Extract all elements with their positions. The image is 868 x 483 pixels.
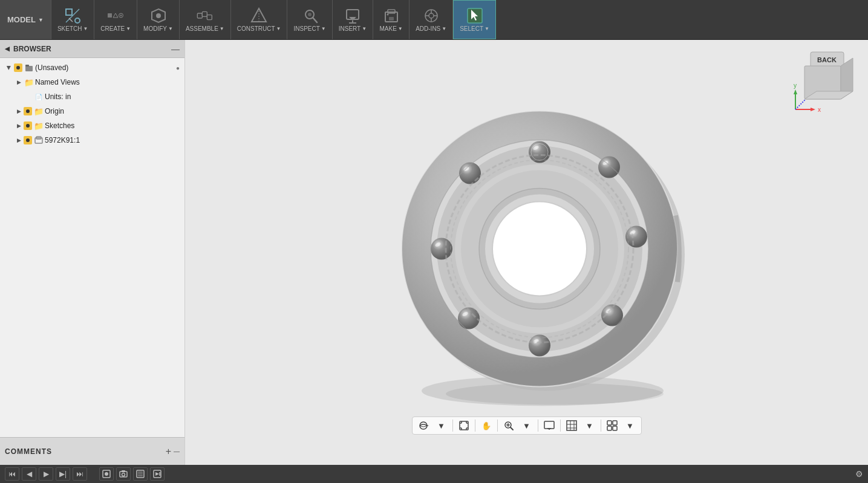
assemble-label: ASSEMBLE bbox=[186, 25, 218, 32]
panel-collapse-icon[interactable]: ◀ bbox=[5, 45, 10, 52]
sketch-icon bbox=[64, 7, 81, 24]
sketches-folder-icon: 📁 bbox=[34, 121, 44, 131]
bottom-bar-left: ⏮ ◀ ▶ ▶| ⏭ bbox=[5, 467, 165, 481]
bb-timeline-btn[interactable] bbox=[133, 467, 148, 481]
svg-rect-113 bbox=[607, 421, 612, 425]
create-icon bbox=[107, 7, 124, 24]
tree-item-origin[interactable]: ▶ 📁 Origin bbox=[0, 104, 184, 118]
vbt-grid-dropdown[interactable]: ▼ bbox=[581, 418, 598, 433]
browser-tree: ▶ (Unsaved) ● ▶ 📁 Named Views bbox=[0, 58, 184, 437]
named-views-arrow[interactable]: ▶ bbox=[15, 78, 23, 86]
addins-arrow: ▼ bbox=[442, 26, 446, 31]
part-visibility-icon[interactable] bbox=[24, 136, 32, 144]
vbt-pan-btn[interactable]: ✋ bbox=[478, 418, 495, 433]
main-toolbar: MODEL ▼ SKETCH ▼ bbox=[0, 0, 868, 40]
browser-header-right: — bbox=[171, 44, 180, 54]
svg-rect-37 bbox=[25, 66, 33, 71]
inspect-icon bbox=[301, 7, 318, 24]
toolbar-create[interactable]: CREATE ▼ bbox=[94, 0, 137, 39]
toolbar-sketch[interactable]: SKETCH ▼ bbox=[51, 0, 94, 39]
vbt-zoom-btn[interactable] bbox=[500, 418, 517, 433]
origin-visibility-icon[interactable] bbox=[24, 107, 32, 115]
select-icon bbox=[466, 7, 483, 24]
model-menu[interactable]: MODEL ▼ bbox=[0, 0, 51, 39]
units-icon: 📄 bbox=[34, 92, 44, 102]
comments-panel: COMMENTS + — bbox=[0, 437, 184, 465]
svg-marker-127 bbox=[155, 472, 159, 476]
nav-cube[interactable]: BACK x y bbox=[792, 49, 859, 117]
bb-next-btn[interactable]: ▶| bbox=[56, 467, 70, 481]
bb-play-btn[interactable]: ▶ bbox=[39, 467, 53, 481]
model-dropdown-arrow: ▼ bbox=[38, 17, 44, 23]
root-visibility-icon[interactable] bbox=[14, 63, 22, 72]
svg-rect-115 bbox=[607, 426, 612, 430]
svg-point-68 bbox=[431, 238, 452, 259]
svg-rect-10 bbox=[202, 11, 207, 16]
comments-collapse-icon[interactable]: — bbox=[174, 448, 180, 455]
assemble-arrow: ▼ bbox=[220, 26, 224, 31]
vbt-view-options-dropdown[interactable]: ▼ bbox=[622, 418, 639, 433]
bb-first-btn[interactable]: ⏮ bbox=[5, 467, 19, 481]
create-arrow: ▼ bbox=[126, 26, 131, 31]
vbt-orbit-dropdown[interactable]: ▼ bbox=[433, 418, 450, 433]
bb-record-btn[interactable] bbox=[99, 467, 114, 481]
tree-item-root[interactable]: ▶ (Unsaved) ● bbox=[0, 60, 184, 75]
svg-point-29 bbox=[429, 13, 434, 18]
tree-item-part[interactable]: ▶ 5972K91:1 bbox=[0, 133, 184, 147]
insert-label: INSERT bbox=[339, 25, 361, 32]
part-arrow[interactable]: ▶ bbox=[15, 136, 23, 144]
toolbar-addins[interactable]: ADD-INS ▼ bbox=[410, 0, 453, 39]
svg-point-40 bbox=[26, 124, 30, 128]
viewport[interactable]: BACK x y bbox=[185, 40, 868, 465]
toolbar-insert[interactable]: INSERT ▼ bbox=[333, 0, 373, 39]
vbt-zoom-dropdown[interactable]: ▼ bbox=[518, 418, 535, 433]
sketches-label: Sketches bbox=[45, 122, 182, 130]
svg-marker-84 bbox=[811, 108, 815, 111]
sketches-visibility-icon[interactable] bbox=[24, 122, 32, 130]
svg-line-89 bbox=[795, 99, 806, 109]
svg-point-90 bbox=[420, 422, 427, 429]
toolbar-select[interactable]: SELECT ▼ bbox=[453, 0, 496, 39]
svg-point-120 bbox=[122, 473, 125, 476]
vbt-orbit-btn[interactable] bbox=[415, 418, 432, 433]
vbt-grid-btn[interactable] bbox=[563, 418, 580, 433]
named-views-folder-icon: 📁 bbox=[24, 77, 34, 87]
svg-marker-14 bbox=[252, 8, 266, 22]
vbt-div4 bbox=[538, 420, 538, 432]
svg-rect-9 bbox=[197, 13, 202, 18]
root-options-icon[interactable]: ● bbox=[174, 63, 182, 72]
modify-label: MODIFY bbox=[143, 25, 167, 32]
comments-add-icon[interactable]: + bbox=[166, 446, 171, 457]
vbt-display-btn[interactable] bbox=[541, 418, 558, 433]
toolbar-assemble[interactable]: ASSEMBLE ▼ bbox=[180, 0, 231, 39]
svg-point-27 bbox=[387, 14, 388, 16]
vbt-fit-btn[interactable] bbox=[455, 418, 472, 433]
bb-last-btn[interactable]: ⏭ bbox=[73, 467, 87, 481]
origin-arrow[interactable]: ▶ bbox=[15, 107, 23, 115]
sketches-arrow[interactable]: ▶ bbox=[15, 122, 23, 130]
toolbar-modify[interactable]: MODIFY ▼ bbox=[137, 0, 180, 39]
tree-item-sketches[interactable]: ▶ 📁 Sketches bbox=[0, 118, 184, 133]
bb-settings-btn[interactable]: ⚙ bbox=[855, 469, 863, 479]
bb-screenshot-btn[interactable] bbox=[116, 467, 131, 481]
named-views-label: Named Views bbox=[35, 78, 182, 86]
browser-header-left: ◀ BROWSER bbox=[5, 45, 51, 53]
bb-animate-btn[interactable] bbox=[150, 467, 165, 481]
modify-icon bbox=[150, 7, 167, 24]
make-arrow: ▼ bbox=[398, 26, 403, 31]
svg-marker-91 bbox=[427, 425, 429, 426]
toolbar-inspect[interactable]: INSPECT ▼ bbox=[287, 0, 332, 39]
svg-point-41 bbox=[26, 138, 30, 142]
browser-options-icon[interactable]: — bbox=[171, 44, 180, 54]
toolbar-make[interactable]: MAKE ▼ bbox=[373, 0, 410, 39]
root-expand-arrow[interactable]: ▶ bbox=[5, 63, 13, 72]
svg-marker-5 bbox=[113, 13, 118, 18]
bottom-bar: ⏮ ◀ ▶ ▶| ⏭ bbox=[0, 465, 868, 483]
tree-item-named-views[interactable]: ▶ 📁 Named Views bbox=[0, 75, 184, 89]
bb-prev-btn[interactable]: ◀ bbox=[22, 467, 36, 481]
svg-point-8 bbox=[156, 13, 161, 18]
tree-item-units[interactable]: ▶ 📄 Units: in bbox=[0, 89, 184, 104]
vbt-view-options-btn[interactable] bbox=[604, 418, 621, 433]
toolbar-construct[interactable]: CONSTRUCT ▼ bbox=[231, 0, 288, 39]
svg-rect-116 bbox=[613, 426, 617, 430]
